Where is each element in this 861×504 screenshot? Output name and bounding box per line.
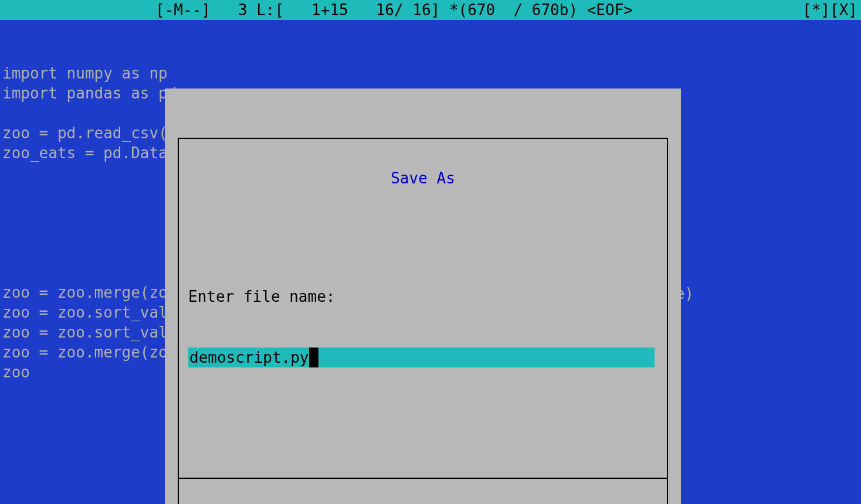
editor-screen: [-M--] 3 L:[ 1+15 16/ 16] *(670 / 670b) … <box>0 0 861 504</box>
editor-area[interactable]: import numpy as np import pandas as pd z… <box>0 20 861 504</box>
text-cursor <box>309 348 318 367</box>
dialog-frame: Save As Enter file name: demoscript.py C… <box>178 138 668 504</box>
filename-input[interactable]: demoscript.py <box>188 348 655 367</box>
dialog-title: Save As <box>375 168 472 188</box>
filename-prompt: Enter file name: <box>188 287 657 307</box>
status-text: [-M--] 3 L:[ 1+15 16/ 16] *(670 / 670b) … <box>0 0 633 20</box>
filename-section: Enter file name: demoscript.py <box>179 239 667 418</box>
top-status-bar: [-M--] 3 L:[ 1+15 16/ 16] *(670 / 670b) … <box>0 0 861 20</box>
save-as-dialog: Save As Enter file name: demoscript.py C… <box>165 88 681 504</box>
filename-value: demoscript.py <box>188 349 309 366</box>
linebreak-section: Change line breaks to: (*) Do not change… <box>179 478 667 504</box>
status-right[interactable]: [*][X] <box>802 0 861 20</box>
